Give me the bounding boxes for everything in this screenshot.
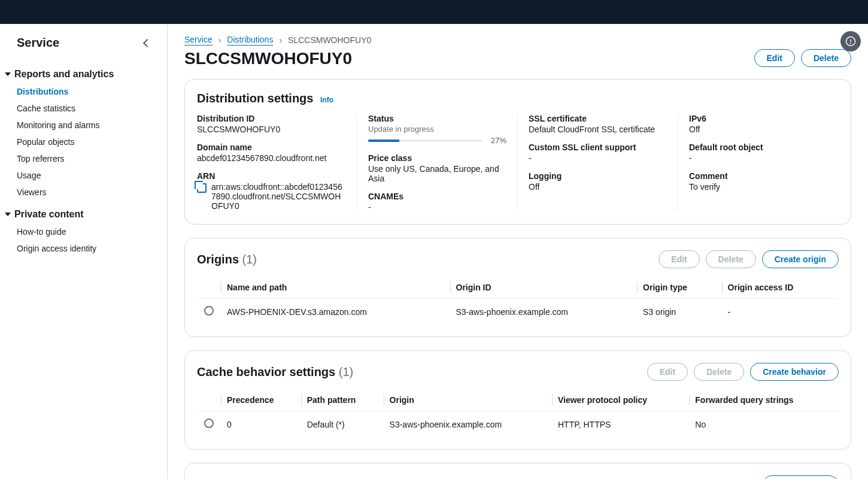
cache-header-path[interactable]: Path pattern bbox=[301, 389, 384, 411]
cache-fwd-cell: No bbox=[689, 411, 839, 438]
sidebar-title: Service bbox=[17, 36, 59, 50]
status-label: Status bbox=[368, 114, 506, 123]
cache-header-precedence[interactable]: Precedence bbox=[221, 389, 301, 411]
ipv6-label: IPv6 bbox=[689, 114, 839, 123]
cache-header-fwd[interactable]: Forwarded query strings bbox=[689, 389, 839, 411]
origins-panel: Origins (1) Edit Delete Create origin Na… bbox=[184, 238, 851, 337]
table-row: 0 Default (*) S3-aws-phoenix.example.com… bbox=[197, 411, 839, 438]
origin-id-cell: S3-aws-phoenix.example.com bbox=[450, 299, 638, 325]
breadcrumb-service[interactable]: Service bbox=[184, 35, 213, 46]
edit-button[interactable]: Edit bbox=[754, 49, 795, 67]
create-origin-button[interactable]: Create origin bbox=[762, 250, 839, 268]
cache-origin-cell: S3-aws-phoenix.example.com bbox=[384, 411, 552, 438]
chevron-right-icon: › bbox=[218, 35, 221, 45]
ipv6-value: Off bbox=[689, 125, 839, 134]
main-content: Service › Distributions › SLCCSMWOHOFUY0… bbox=[168, 24, 868, 479]
arn-value: arn:aws:cloudfront::abcdef01234567890.cl… bbox=[211, 182, 346, 211]
cache-header-policy[interactable]: Viewer protocol policy bbox=[552, 389, 689, 411]
distribution-id-value: SLCCSMWOHOFUY0 bbox=[197, 125, 346, 134]
origins-header-type[interactable]: Origin type bbox=[637, 277, 721, 299]
manage-tags-button[interactable]: Manage tags bbox=[763, 475, 839, 479]
status-value: Update in progress bbox=[368, 125, 506, 134]
sidebar-item-cache-statistics[interactable]: Cache statistics bbox=[17, 100, 167, 117]
origin-access-cell: - bbox=[722, 299, 839, 325]
nav-section-label: Private content bbox=[14, 209, 84, 220]
origins-delete-button[interactable]: Delete bbox=[706, 250, 756, 268]
origins-header-name[interactable]: Name and path bbox=[221, 277, 450, 299]
copy-icon[interactable] bbox=[197, 183, 207, 193]
table-row: AWS-PHOENIX-DEV.s3.amazon.com S3-aws-pho… bbox=[197, 299, 839, 325]
cache-delete-button[interactable]: Delete bbox=[694, 363, 744, 381]
caret-down-icon bbox=[5, 72, 11, 76]
origins-count: (1) bbox=[242, 253, 257, 266]
breadcrumb-current: SLCCSMWOHOFUY0 bbox=[288, 35, 371, 45]
custom-ssl-value: - bbox=[529, 153, 667, 163]
sidebar-item-popular-objects[interactable]: Popular objects bbox=[17, 134, 167, 150]
cache-precedence-cell: 0 bbox=[221, 411, 301, 438]
sidebar-item-top-referrers[interactable]: Top referrers bbox=[17, 150, 167, 167]
origin-name-cell: AWS-PHOENIX-DEV.s3.amazon.com bbox=[221, 299, 450, 325]
page-title: SLCCSMWOHOFUY0 bbox=[184, 49, 352, 68]
comment-label: Comment bbox=[689, 171, 839, 181]
delete-button[interactable]: Delete bbox=[801, 49, 851, 67]
cache-header-origin[interactable]: Origin bbox=[384, 389, 552, 411]
chevron-right-icon: › bbox=[279, 35, 282, 45]
nav-section-private-content[interactable]: Private content bbox=[0, 205, 167, 223]
comment-value: To verify bbox=[689, 182, 839, 192]
row-select-radio[interactable] bbox=[204, 306, 214, 316]
sidebar: Service Reports and analytics Distributi… bbox=[0, 24, 168, 479]
cache-path-cell: Default (*) bbox=[301, 411, 384, 438]
origins-header-id[interactable]: Origin ID bbox=[450, 277, 638, 299]
logging-label: Logging bbox=[529, 171, 667, 181]
cache-table: Precedence Path pattern Origin Viewer pr… bbox=[197, 389, 839, 437]
progress-bar bbox=[368, 140, 482, 142]
help-icon[interactable] bbox=[840, 31, 861, 51]
price-class-value: Use only US, Canada, Europe, and Asia bbox=[368, 164, 506, 183]
custom-ssl-label: Custom SSL client support bbox=[529, 143, 667, 152]
breadcrumb: Service › Distributions › SLCCSMWOHOFUY0 bbox=[184, 35, 851, 46]
ssl-certificate-label: SSL certificate bbox=[529, 114, 667, 123]
sidebar-item-monitoring-alarms[interactable]: Monitoring and alarms bbox=[17, 117, 167, 134]
tags-panel: Tags (4) Info Manage tags bbox=[184, 463, 851, 479]
panel-title-text: Distribution settings bbox=[197, 92, 313, 105]
sidebar-item-origin-access-identity[interactable]: Origin access identity bbox=[17, 240, 167, 257]
default-root-object-label: Default root object bbox=[689, 143, 839, 152]
default-root-object-value: - bbox=[689, 153, 839, 163]
cache-edit-button[interactable]: Edit bbox=[647, 363, 688, 381]
distribution-id-label: Distribution ID bbox=[197, 114, 346, 123]
row-select-radio[interactable] bbox=[204, 419, 214, 428]
cache-title: Cache behavior settings bbox=[197, 365, 335, 378]
cnames-value: - bbox=[368, 202, 506, 212]
arn-label: ARN bbox=[197, 171, 346, 181]
sidebar-item-distributions[interactable]: Distributions bbox=[17, 83, 167, 100]
cnames-label: CNAMEs bbox=[368, 192, 506, 201]
origins-title: Origins bbox=[197, 253, 239, 266]
ssl-certificate-value: Default CloudFront SSL certificate bbox=[529, 125, 667, 134]
logging-value: Off bbox=[529, 182, 667, 192]
sidebar-item-usage[interactable]: Usage bbox=[17, 167, 167, 184]
collapse-sidebar-icon[interactable] bbox=[143, 38, 151, 47]
sidebar-item-viewers[interactable]: Viewers bbox=[17, 184, 167, 201]
nav-section-label: Reports and analytics bbox=[14, 69, 114, 80]
origins-header-access[interactable]: Origin access ID bbox=[722, 277, 839, 299]
progress-fill bbox=[368, 140, 399, 142]
cache-behavior-panel: Cache behavior settings (1) Edit Delete … bbox=[184, 350, 851, 450]
breadcrumb-distributions[interactable]: Distributions bbox=[227, 35, 273, 46]
svg-point-2 bbox=[851, 43, 851, 44]
progress-percent: 27% bbox=[491, 136, 506, 145]
info-link[interactable]: Info bbox=[320, 96, 333, 104]
create-behavior-button[interactable]: Create behavior bbox=[750, 363, 839, 381]
origins-edit-button[interactable]: Edit bbox=[658, 250, 699, 268]
cache-count: (1) bbox=[339, 365, 353, 378]
sidebar-item-how-to-guide[interactable]: How-to guide bbox=[17, 223, 167, 240]
domain-name-value: abcdef01234567890.cloudfront.net bbox=[197, 153, 346, 163]
cache-policy-cell: HTTP, HTTPS bbox=[552, 411, 689, 438]
top-nav-bar bbox=[0, 0, 868, 24]
distribution-settings-panel: Distribution settings Info Distribution … bbox=[184, 79, 851, 225]
caret-down-icon bbox=[5, 213, 11, 216]
nav-section-reports[interactable]: Reports and analytics bbox=[0, 65, 167, 83]
origins-table: Name and path Origin ID Origin type Orig… bbox=[197, 277, 839, 325]
origin-type-cell: S3 origin bbox=[637, 299, 721, 325]
price-class-label: Price class bbox=[368, 153, 506, 163]
domain-name-label: Domain name bbox=[197, 143, 346, 152]
